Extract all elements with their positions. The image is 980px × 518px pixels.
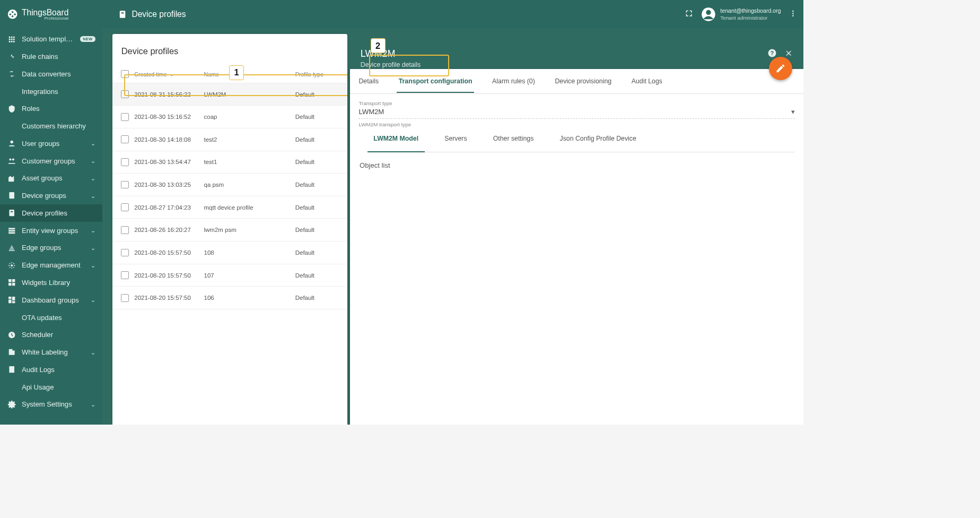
sidebar-item-data-converters[interactable]: Data converters: [0, 65, 102, 83]
sidebar-item-entity-view-groups[interactable]: Entity view groups⌄: [0, 222, 102, 239]
row-checkbox[interactable]: [121, 135, 129, 143]
sidebar-item-device-profiles[interactable]: Device profiles: [0, 204, 102, 222]
chevron-down-icon: ⌄: [91, 192, 95, 200]
fullscreen-icon[interactable]: [685, 9, 693, 19]
table-row[interactable]: 2021-08-30 14:18:08test2Default: [112, 128, 347, 151]
sidebar-item-audit-logs[interactable]: Audit Logs: [0, 361, 102, 378]
transport-type-select[interactable]: LWM2M ▾: [358, 108, 795, 119]
cell-created: 2021-08-30 13:54:47: [134, 159, 204, 165]
account-menu[interactable]: tenant@thingsboard.org Tenant administra…: [701, 7, 781, 22]
tab-provisioning[interactable]: Device provisioning: [553, 70, 613, 93]
col-created[interactable]: Created time: [134, 71, 204, 77]
assets-icon: [7, 174, 16, 183]
table-row[interactable]: 2021-08-31 15:56:22LWM2MDefault: [112, 83, 347, 106]
cell-type: Default: [295, 272, 345, 279]
account-role: Tenant administrator: [720, 15, 781, 22]
device-profiles-card: Device profiles Created time Name Profil…: [112, 34, 347, 425]
sidebar-item-edge-management[interactable]: Edge management⌄: [0, 256, 102, 274]
sidebar-item-device-groups[interactable]: Device groups⌄: [0, 187, 102, 204]
detail-title: LWM2M: [361, 48, 767, 59]
table-row[interactable]: 2021-08-30 15:16:52coapDefault: [112, 106, 347, 128]
sidebar-item-solution-templates[interactable]: Solution templatesNEW: [0, 30, 102, 48]
sidebar-item-ota-updates[interactable]: OTA updates: [0, 309, 102, 326]
more-icon[interactable]: [789, 10, 797, 19]
sidebar-item-customer-groups[interactable]: Customer groups⌄: [0, 152, 102, 170]
col-profile-type[interactable]: Profile type: [295, 71, 345, 77]
svg-point-6: [792, 15, 793, 16]
cell-type: Default: [295, 204, 345, 211]
row-checkbox[interactable]: [121, 294, 129, 302]
edit-fab[interactable]: [769, 57, 792, 80]
cell-created: 2021-08-20 15:57:50: [134, 295, 204, 301]
cell-created: 2021-08-31 15:56:22: [134, 91, 204, 98]
tab-alarm-rules[interactable]: Alarm rules (0): [491, 70, 537, 93]
sidebar-item-integrations[interactable]: Integrations: [0, 83, 102, 100]
cell-name: test2: [204, 136, 295, 143]
subtab-other[interactable]: Other settings: [493, 135, 534, 146]
svg-point-8: [9, 158, 11, 160]
row-checkbox[interactable]: [121, 226, 129, 234]
pencil-icon: [775, 63, 786, 74]
sidebar-item-api-usage[interactable]: Api Usage: [0, 378, 102, 396]
svg-rect-11: [9, 210, 14, 216]
sidebar-item-asset-groups[interactable]: Asset groups⌄: [0, 170, 102, 187]
table-row[interactable]: 2021-08-30 13:03:25qa psmDefault: [112, 174, 347, 196]
svg-rect-0: [120, 11, 126, 18]
rulechains-icon: [7, 52, 16, 61]
sidebar-item-widgets-library[interactable]: Widgets Library: [0, 274, 102, 291]
table-row[interactable]: 2021-08-26 16:20:27lwm2m psmDefault: [112, 219, 347, 241]
row-checkbox[interactable]: [121, 249, 129, 257]
detail-subtitle: Device profile details: [361, 61, 767, 68]
row-checkbox[interactable]: [121, 113, 129, 121]
table-row[interactable]: 2021-08-20 15:57:50107Default: [112, 264, 347, 287]
svg-text:?: ?: [770, 49, 773, 56]
sidebar-item-user-groups[interactable]: User groups⌄: [0, 135, 102, 152]
cell-created: 2021-08-30 15:16:52: [134, 114, 204, 120]
sidebar-item-label: System Settings: [22, 400, 85, 408]
whitelabel-icon: [7, 348, 16, 356]
cell-name: lwm2m psm: [204, 227, 295, 233]
select-all-checkbox[interactable]: [121, 70, 129, 78]
settings-icon: [7, 400, 16, 409]
close-icon[interactable]: [784, 49, 793, 59]
tab-details[interactable]: Details: [357, 70, 380, 93]
tab-audit-logs[interactable]: Audit Logs: [630, 70, 664, 93]
converters-icon: [7, 70, 16, 78]
table-row[interactable]: 2021-08-20 15:57:50108Default: [112, 241, 347, 264]
svg-rect-12: [11, 211, 13, 212]
cell-name: LWM2M: [204, 91, 295, 98]
table-row[interactable]: 2021-08-20 15:57:50106Default: [112, 287, 347, 309]
table-row[interactable]: 2021-08-27 17:04:23mqtt device profileDe…: [112, 196, 347, 219]
sidebar-item-dashboard-groups[interactable]: Dashboard groups⌄: [0, 291, 102, 309]
col-name[interactable]: Name: [204, 71, 295, 77]
chevron-down-icon: ⌄: [91, 401, 95, 408]
sidebar-item-rule-chains[interactable]: Rule chains: [0, 48, 102, 65]
cell-name: 107: [204, 272, 295, 279]
sidebar-item-white-labeling[interactable]: White Labeling⌄: [0, 343, 102, 361]
sidebar-item-label: Dashboard groups: [22, 296, 85, 304]
table-row[interactable]: 2021-08-30 13:54:47test1Default: [112, 151, 347, 174]
cell-name: 108: [204, 249, 295, 256]
logo[interactable]: ThingsBoard Professional: [7, 8, 68, 21]
subtab-json[interactable]: Json Config Profile Device: [560, 135, 636, 146]
row-checkbox[interactable]: [121, 181, 129, 189]
row-checkbox[interactable]: [121, 271, 129, 279]
sidebar-item-system-settings[interactable]: System Settings⌄: [0, 395, 102, 413]
row-checkbox[interactable]: [121, 203, 129, 211]
detail-tabs: Details Transport configuration Alarm ru…: [350, 69, 803, 94]
dashboards-icon: [7, 296, 16, 304]
edgemgmt-icon: [7, 261, 16, 270]
sidebar-item-edge-groups[interactable]: Edge groups⌄: [0, 239, 102, 257]
tab-transport[interactable]: Transport configuration: [397, 70, 474, 93]
cell-type: Default: [295, 295, 345, 301]
chevron-down-icon: ⌄: [91, 140, 95, 147]
row-checkbox[interactable]: [121, 90, 129, 98]
subtab-model[interactable]: LWM2M Model: [373, 135, 418, 146]
sidebar-item-customers-hierarchy[interactable]: Customers hierarchy: [0, 117, 102, 135]
sidebar-item-roles[interactable]: Roles: [0, 100, 102, 117]
sidebar-item-scheduler[interactable]: Scheduler: [0, 326, 102, 343]
chevron-down-icon: ⌄: [91, 157, 95, 165]
row-checkbox[interactable]: [121, 158, 129, 166]
subtab-servers[interactable]: Servers: [444, 135, 467, 146]
cell-type: Default: [295, 136, 345, 143]
